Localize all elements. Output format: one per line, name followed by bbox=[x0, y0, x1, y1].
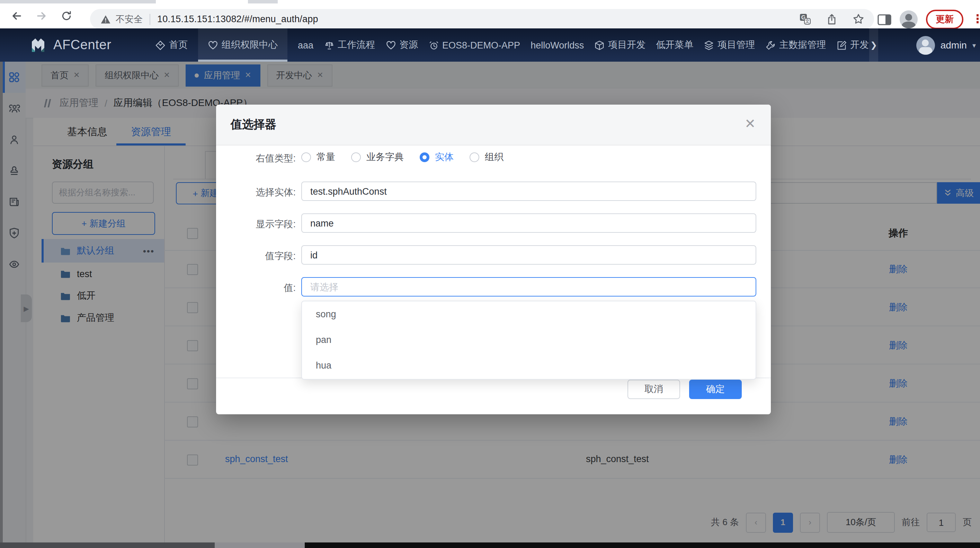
value-dropdown: song pan hua bbox=[301, 301, 756, 380]
nav-item-workflow[interactable]: 工作流程 bbox=[324, 29, 375, 62]
nav-item-home[interactable]: 首页 bbox=[155, 29, 188, 62]
display-field-input[interactable] bbox=[301, 213, 756, 233]
value-field-input[interactable] bbox=[301, 245, 756, 264]
edit-icon bbox=[836, 40, 847, 50]
nav-item-lowcode-menu[interactable]: 低开菜单 bbox=[656, 29, 693, 62]
radio-organization[interactable] bbox=[469, 153, 479, 162]
type-label: 右值类型: bbox=[231, 153, 296, 165]
radio-entity[interactable] bbox=[420, 153, 430, 162]
nav-item-master-data[interactable]: 主数据管理 bbox=[765, 29, 826, 62]
alarm-icon bbox=[428, 40, 439, 50]
scales-icon bbox=[324, 40, 334, 50]
share-icon[interactable] bbox=[826, 13, 837, 25]
radio-constant[interactable] bbox=[301, 153, 311, 162]
user-avatar bbox=[916, 36, 935, 54]
diamond-icon bbox=[155, 40, 165, 50]
display-field-label: 显示字段: bbox=[231, 218, 296, 231]
wrench-icon bbox=[765, 40, 776, 50]
dropdown-option-pan[interactable]: pan bbox=[302, 327, 756, 353]
user-name: admin bbox=[940, 40, 967, 51]
nav-item-dev-center[interactable]: 开发中心 bbox=[836, 29, 869, 62]
nav-overflow-icon[interactable]: ❯ bbox=[869, 29, 878, 62]
app-logo-text: AFCenter bbox=[53, 37, 111, 53]
dropdown-option-hua[interactable]: hua bbox=[302, 353, 756, 378]
nav-item-eos8-demo-app[interactable]: EOS8-DEMO-APP bbox=[428, 29, 520, 62]
nav-item-org-auth-center[interactable]: 组织权限中心 bbox=[198, 29, 288, 62]
cube-icon bbox=[594, 40, 605, 50]
radio-business-dict[interactable] bbox=[351, 153, 361, 162]
update-button[interactable]: 更新 bbox=[926, 10, 963, 29]
nav-item-project-mgmt[interactable]: 项目管理 bbox=[704, 29, 755, 62]
heart-icon bbox=[208, 40, 218, 50]
forward-icon[interactable] bbox=[32, 6, 51, 25]
dropdown-option-song[interactable]: song bbox=[302, 301, 756, 327]
cancel-button[interactable]: 取消 bbox=[627, 380, 680, 399]
afcenter-logo-icon bbox=[29, 36, 47, 54]
translate-icon[interactable]: G文 bbox=[799, 13, 811, 25]
chevron-down-icon: ▾ bbox=[972, 41, 976, 49]
nav-menu: 首页 组织权限中心 aaa 工作流程 资源 EOS8-DEMO-APP bbox=[155, 29, 869, 62]
nav-item-resource[interactable]: 资源 bbox=[385, 29, 418, 62]
value-select-input[interactable] bbox=[301, 277, 756, 296]
close-icon[interactable]: ✕ bbox=[745, 116, 756, 132]
modal-title: 值选择器 bbox=[231, 117, 276, 132]
browser-tab-strip bbox=[0, 0, 980, 3]
entity-input[interactable] bbox=[301, 182, 756, 201]
app-logo[interactable]: AFCenter bbox=[29, 36, 111, 54]
confirm-button[interactable]: 确定 bbox=[689, 380, 742, 399]
value-field-label: 值字段: bbox=[231, 250, 296, 263]
entity-label: 选择实体: bbox=[231, 186, 296, 199]
svg-text:文: 文 bbox=[805, 18, 810, 24]
nav-item-aaa[interactable]: aaa bbox=[298, 29, 313, 62]
reload-icon[interactable] bbox=[57, 6, 76, 25]
nav-item-helloworldss[interactable]: helloWorldss bbox=[530, 29, 584, 62]
browser-menu-icon[interactable]: ⋮ bbox=[972, 16, 976, 23]
modal-header: 值选择器 ✕ bbox=[216, 105, 771, 145]
radio-group: 常量 业务字典 实体 组织 bbox=[301, 149, 503, 166]
browser-tab[interactable] bbox=[156, 0, 248, 3]
browser-profile-icon[interactable] bbox=[900, 10, 918, 29]
back-icon[interactable] bbox=[7, 6, 26, 25]
nav-item-project-dev[interactable]: 项目开发 bbox=[594, 29, 646, 62]
browser-toolbar: 不安全 10.15.15.151:13082/#/menu_auth/app G… bbox=[0, 3, 980, 29]
user-menu[interactable]: admin ▾ bbox=[916, 29, 976, 62]
security-label: 不安全 bbox=[116, 13, 143, 25]
browser-tab-area bbox=[278, 0, 980, 3]
layers-icon bbox=[704, 40, 714, 50]
divider bbox=[150, 13, 150, 25]
sidebar-toggle-icon[interactable] bbox=[878, 13, 891, 25]
heart-icon bbox=[385, 40, 396, 50]
screen-bottom-strip bbox=[0, 542, 980, 548]
screen: 不安全 10.15.15.151:13082/#/menu_auth/app G… bbox=[0, 0, 980, 548]
address-bar[interactable]: 不安全 10.15.15.151:13082/#/menu_auth/app G… bbox=[90, 9, 874, 29]
value-label: 值: bbox=[231, 282, 296, 295]
star-icon[interactable] bbox=[853, 13, 864, 25]
warning-icon bbox=[100, 14, 111, 24]
url-text: 10.15.15.151:13082/#/menu_auth/app bbox=[157, 14, 318, 24]
app-navbar: AFCenter 首页 组织权限中心 aaa 工作流程 资源 bbox=[0, 29, 980, 62]
